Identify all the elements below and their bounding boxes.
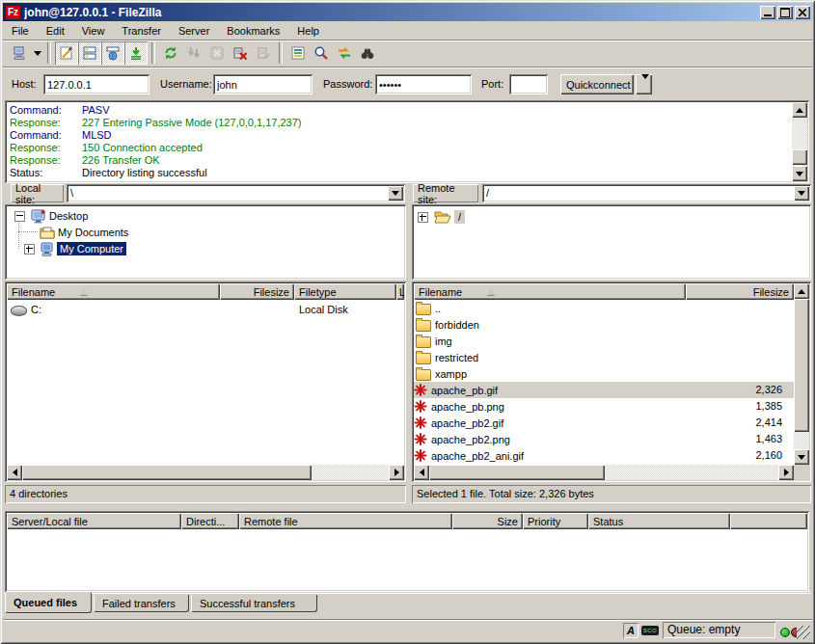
column-header-filesize[interactable]: Filesize <box>220 283 294 300</box>
find-files-button[interactable] <box>356 41 379 65</box>
minimize-button[interactable] <box>760 6 775 19</box>
remote-site-dropdown-button[interactable] <box>794 186 809 201</box>
log-line: Status:Directory listing successful <box>10 167 809 179</box>
menu-help[interactable]: Help <box>288 23 328 39</box>
column-header-size[interactable]: Size <box>452 513 523 529</box>
menu-file[interactable]: File <box>3 23 38 39</box>
directory-comparison-button[interactable] <box>310 41 333 65</box>
tree-item-my-computer[interactable]: My Computer <box>24 241 126 256</box>
file-row[interactable]: apache_pb2.png <box>414 431 684 447</box>
column-header-filesize[interactable]: Filesize <box>686 283 794 300</box>
scroll-left-button[interactable] <box>414 465 429 480</box>
scrollbar-thumb[interactable] <box>429 465 605 480</box>
my-computer-icon <box>40 242 55 256</box>
disconnect-button[interactable] <box>229 41 252 65</box>
file-row[interactable]: apache_pb2_ani.gif <box>414 447 684 464</box>
port-input[interactable] <box>509 74 548 94</box>
quickconnect-dropdown-button[interactable] <box>636 74 652 94</box>
tree-item-root[interactable]: / <box>418 209 465 225</box>
scroll-right-button[interactable] <box>778 465 794 480</box>
scrollbar-thumb[interactable] <box>794 299 809 432</box>
column-header-direction[interactable]: Directi... <box>181 513 239 529</box>
transfer-queue: Server/Local file Directi... Remote file… <box>5 511 809 592</box>
image-file-icon <box>415 449 427 462</box>
scroll-left-button[interactable] <box>7 465 22 480</box>
local-site-combo[interactable]: \ <box>67 184 405 202</box>
maximize-button[interactable] <box>777 6 793 19</box>
arrow-left-icon <box>13 469 17 476</box>
menu-bookmarks[interactable]: Bookmarks <box>218 23 288 39</box>
notebook-edge <box>4 593 811 594</box>
scrollbar-thumb[interactable] <box>792 149 807 165</box>
password-input[interactable] <box>375 74 472 94</box>
directory-listing-filters-button[interactable] <box>286 41 310 65</box>
file-row[interactable]: apache_pb2.gif <box>414 415 684 431</box>
message-log-icon <box>59 45 74 61</box>
file-row[interactable]: apache_pb.png <box>414 398 684 415</box>
scroll-up-button[interactable] <box>792 102 807 118</box>
toggle-local-tree-button[interactable] <box>78 41 101 65</box>
tab-queued-files[interactable]: Queued files <box>5 593 92 613</box>
file-row[interactable]: img <box>414 333 684 349</box>
synchronized-browsing-button[interactable] <box>333 41 356 65</box>
quickconnect-button[interactable]: Quickconnect <box>560 74 634 94</box>
file-row-local-drive[interactable]: C: <box>9 301 298 317</box>
column-header-remote-file[interactable]: Remote file <box>239 513 452 529</box>
local-file-list: Filename Filesize Filetype L C: Local Di… <box>5 282 406 482</box>
tree-connector <box>18 231 38 232</box>
tree-item-label: My Documents <box>58 227 128 238</box>
arrow-right-icon <box>784 469 789 476</box>
scroll-right-button[interactable] <box>389 465 404 480</box>
file-row[interactable]: .. <box>414 300 684 316</box>
tree-item-desktop[interactable]: Desktop <box>14 208 88 224</box>
column-header-server-local-file[interactable]: Server/Local file <box>7 513 181 529</box>
menu-transfer[interactable]: Transfer <box>113 23 170 39</box>
site-manager-dropdown-button[interactable] <box>31 42 43 64</box>
host-input[interactable] <box>43 74 149 94</box>
close-button[interactable] <box>795 6 810 19</box>
scroll-up-button[interactable] <box>794 283 809 299</box>
file-row[interactable]: forbidden <box>414 316 684 333</box>
file-name: apache_pb2.png <box>431 434 510 445</box>
expand-icon[interactable] <box>24 244 35 255</box>
file-row[interactable]: xampp <box>414 365 684 382</box>
column-header-status[interactable]: Status <box>588 513 730 529</box>
remote-site-combo[interactable]: / <box>482 184 811 202</box>
filezilla-window: Fz john@127.0.0.1 - FileZilla File Edit … <box>0 0 815 644</box>
expand-icon[interactable] <box>418 212 428 223</box>
toolbar-separator <box>279 42 283 64</box>
menu-edit[interactable]: Edit <box>38 23 73 39</box>
column-header-filename[interactable]: Filename <box>7 283 220 300</box>
queue-status: Queue: empty <box>663 622 775 638</box>
reconnect-button[interactable] <box>252 41 275 65</box>
scroll-down-button[interactable] <box>792 166 807 181</box>
local-site-dropdown-button[interactable] <box>388 186 403 201</box>
column-header-priority[interactable]: Priority <box>523 513 588 529</box>
scroll-down-button[interactable] <box>794 449 809 465</box>
toggle-remote-tree-button[interactable] <box>101 41 124 65</box>
tab-failed-transfers[interactable]: Failed transfers <box>94 595 189 612</box>
toolbar <box>3 40 812 67</box>
speed-limit-indicator-icon: SCO <box>641 626 659 635</box>
file-row[interactable]: restricted <box>414 349 684 365</box>
resize-grip[interactable] <box>797 626 810 639</box>
column-header-last-modified[interactable]: L <box>396 283 404 300</box>
menu-view[interactable]: View <box>73 23 114 39</box>
process-queue-button[interactable] <box>182 41 205 65</box>
tree-item-my-documents[interactable]: My Documents <box>40 225 128 240</box>
site-manager-button[interactable] <box>8 41 31 65</box>
toggle-message-log-button[interactable] <box>55 41 78 65</box>
username-input[interactable] <box>213 74 312 94</box>
arrow-down-icon <box>798 455 805 460</box>
title-bar[interactable]: Fz john@127.0.0.1 - FileZilla <box>3 3 812 21</box>
tab-successful-transfers[interactable]: Successful transfers <box>191 595 317 612</box>
collapse-icon[interactable] <box>14 211 25 222</box>
refresh-button[interactable] <box>159 41 182 65</box>
remote-file-list: Filename Filesize .. forbidden img restr… <box>412 282 811 482</box>
column-header-filename[interactable]: Filename <box>414 283 686 300</box>
column-header-filetype[interactable]: Filetype <box>294 283 396 300</box>
cancel-operation-button[interactable] <box>205 41 229 65</box>
toggle-transfer-queue-button[interactable] <box>124 41 148 65</box>
scrollbar-thumb[interactable] <box>22 465 312 480</box>
menu-server[interactable]: Server <box>170 23 218 39</box>
